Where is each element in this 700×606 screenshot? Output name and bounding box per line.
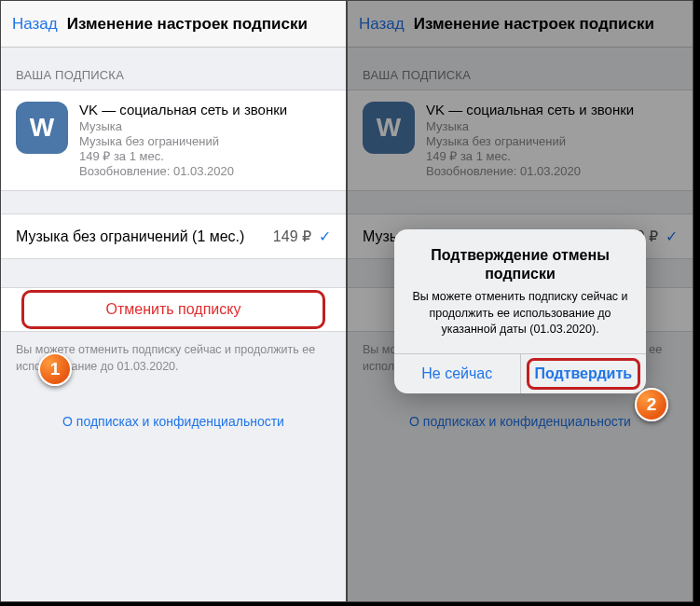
plan-option-price: 149 ₽ ✓: [273, 227, 331, 245]
vk-app-icon: W: [16, 102, 68, 154]
cancel-label: Отменить подписку: [106, 301, 241, 317]
privacy-link[interactable]: О подписках и конфиденциальности: [1, 414, 346, 429]
back-button[interactable]: Назад: [12, 15, 58, 34]
cancel-subscription-button[interactable]: Отменить подписку: [1, 287, 346, 332]
app-renewal: Возобновление: 01.03.2020: [79, 164, 287, 178]
step-badge-2: 2: [635, 388, 668, 421]
screen-left: Назад Изменение настроек подписки ВАША П…: [0, 0, 347, 602]
confirm-label: Подтвердить: [534, 365, 632, 381]
step-badge-1: 1: [38, 352, 72, 386]
subscription-card[interactable]: W VK — социальная сеть и звонки Музыка М…: [1, 90, 346, 191]
plan-option-row[interactable]: Музыка без ограничений (1 мес.) 149 ₽ ✓: [1, 213, 346, 259]
app-price: 149 ₽ за 1 мес.: [79, 149, 287, 163]
alert-title: Подтверждение отмены подписки: [407, 246, 633, 283]
confirm-button[interactable]: Подтвердить: [521, 354, 647, 393]
section-header: ВАША ПОДПИСКА: [1, 48, 346, 90]
app-name: VK — социальная сеть и звонки: [79, 102, 287, 117]
app-sub2: Музыка без ограничений: [79, 134, 287, 148]
confirm-alert: Подтверждение отмены подписки Вы можете …: [394, 229, 646, 393]
app-info: VK — социальная сеть и звонки Музыка Муз…: [79, 102, 287, 179]
alert-message: Вы можете отменить подписку сейчас и про…: [407, 289, 633, 338]
plan-option-label: Музыка без ограничений (1 мес.): [16, 228, 244, 245]
price-value: 149 ₽: [273, 227, 311, 245]
screen-right: Назад Изменение настроек подписки ВАША П…: [347, 0, 693, 602]
navbar: Назад Изменение настроек подписки: [1, 1, 346, 48]
alert-buttons: Не сейчас Подтвердить: [394, 353, 646, 393]
alert-body: Подтверждение отмены подписки Вы можете …: [394, 229, 646, 353]
not-now-button[interactable]: Не сейчас: [394, 354, 521, 393]
page-title: Изменение настроек подписки: [67, 15, 308, 34]
app-sub1: Музыка: [79, 119, 287, 133]
check-icon: ✓: [319, 227, 331, 245]
